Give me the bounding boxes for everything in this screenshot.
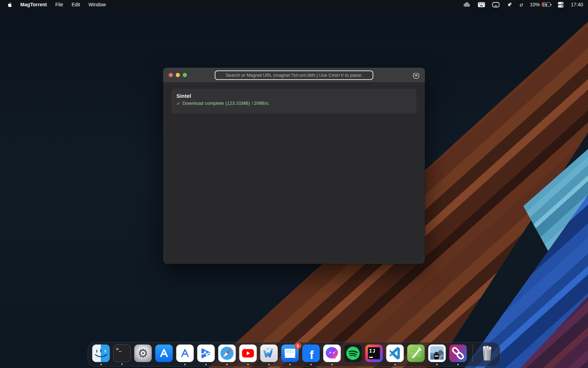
rocket-icon[interactable]: [506, 2, 512, 8]
running-indicator: [226, 364, 228, 365]
dock-trash-icon[interactable]: [478, 345, 496, 362]
running-indicator: [121, 363, 123, 365]
download-button[interactable]: [412, 71, 421, 80]
active-app-name[interactable]: MagTorrent: [16, 2, 51, 7]
menu-bar-left: MagTorrent File Edit Window: [0, 2, 110, 8]
menu-bar-status-area: e 10% 17:40: [463, 1, 588, 8]
running-indicator: [247, 364, 249, 365]
running-indicator: [289, 364, 291, 365]
dock-spotify-icon[interactable]: [344, 345, 362, 362]
dock-ink-photo-app-icon[interactable]: [428, 345, 446, 362]
e-script-icon[interactable]: e: [519, 1, 523, 8]
developer-a: [176, 345, 194, 362]
running-indicator: [268, 364, 270, 365]
menu-file[interactable]: File: [51, 2, 68, 7]
torrent-title: Sintel: [176, 93, 416, 99]
running-indicator: [457, 364, 459, 365]
magtorrent-window: Sintel ✓ Download complete (123.31MB) ↑2…: [163, 68, 425, 264]
gear-icon: ⚙: [138, 347, 148, 359]
dock-safari-icon[interactable]: [218, 345, 236, 362]
dock-play-pulse-app-icon[interactable]: [197, 345, 215, 362]
dock-separator: [472, 345, 473, 363]
intellij-bar: [369, 357, 373, 358]
dock: >_ ⚙: [88, 342, 500, 367]
minimize-button[interactable]: [176, 73, 180, 77]
running-indicator: [331, 364, 333, 365]
dock-mail-icon[interactable]: 5: [281, 345, 299, 362]
cloud-icon[interactable]: [463, 2, 471, 7]
compass-icon: [218, 345, 236, 362]
w-splash-glyph: [260, 345, 278, 362]
chain-link-icon: [449, 345, 467, 362]
intellij-ij-box: IJ: [368, 347, 380, 359]
dock-youtube-icon[interactable]: [239, 345, 257, 362]
dock-messenger-icon[interactable]: [323, 345, 341, 362]
window-title-bar[interactable]: [163, 68, 425, 83]
play-pulse-glyph: [197, 345, 215, 362]
search-field-wrap: [215, 70, 373, 80]
trash-full-glyph: [478, 345, 496, 362]
zoom-button[interactable]: [183, 73, 187, 77]
dock-apple-developer-icon[interactable]: [176, 345, 194, 362]
dock-app-store-icon[interactable]: [155, 345, 173, 362]
dock-terminal-icon[interactable]: >_: [113, 345, 131, 362]
running-indicator: [310, 364, 312, 365]
dock-intellij-icon[interactable]: IJ: [365, 345, 383, 362]
running-indicator: [205, 364, 207, 365]
spotify-icon: [344, 345, 362, 362]
finder-face: [92, 345, 110, 362]
intellij-ij-text: IJ: [369, 348, 376, 354]
desktop: MagTorrent File Edit Window: [0, 0, 588, 368]
messenger-bubble-icon: [323, 345, 341, 362]
battery-indicator[interactable]: 10%: [530, 2, 551, 7]
menu-bar-clock[interactable]: 17:40: [571, 2, 583, 7]
prompt-glyph: >_: [116, 346, 122, 352]
download-circle-icon: [412, 71, 420, 79]
vscode-mark: [386, 345, 404, 362]
dock-vscode-icon[interactable]: [386, 345, 404, 362]
youtube-play-icon: [239, 345, 257, 362]
running-indicator: [436, 364, 438, 365]
menu-bar: MagTorrent File Edit Window: [0, 0, 588, 9]
dock-system-settings-icon[interactable]: ⚙: [134, 345, 152, 362]
dock-facebook-icon[interactable]: f: [302, 345, 320, 362]
running-indicator: [184, 364, 186, 365]
torrent-status: ✓ Download complete (123.31MB) ↑209B/s.: [176, 101, 416, 106]
apple-icon: [7, 2, 13, 8]
dock-w-splash-app-icon[interactable]: [260, 345, 278, 362]
check-icon: ✓: [176, 101, 180, 106]
close-button[interactable]: [169, 73, 173, 77]
dock-finder-icon[interactable]: [92, 345, 110, 362]
facebook-f-glyph: f: [310, 348, 314, 362]
battery-icon: [542, 2, 551, 7]
battery-percent: 10%: [530, 2, 540, 7]
dock-magtorrent-icon[interactable]: [449, 345, 467, 362]
menu-window[interactable]: Window: [84, 2, 110, 7]
mail-badge: 5: [295, 342, 301, 349]
seascape-inkwell: [428, 345, 446, 362]
keyboard-icon[interactable]: [478, 2, 485, 7]
torrent-list-item[interactable]: Sintel ✓ Download complete (123.31MB) ↑2…: [171, 89, 416, 114]
menu-edit[interactable]: Edit: [68, 2, 84, 7]
dock-green-editor-icon[interactable]: [407, 345, 425, 362]
pen-glyph: [407, 345, 425, 362]
app-store-a: [155, 345, 173, 362]
stacked-pills-icon[interactable]: [558, 2, 564, 8]
running-indicator: [100, 364, 102, 365]
display-icon[interactable]: [492, 2, 499, 7]
search-magnet-input[interactable]: [215, 70, 373, 80]
running-indicator: [394, 364, 396, 365]
apple-menu[interactable]: [4, 2, 16, 8]
torrent-status-text: Download complete (123.31MB) ↑209B/s.: [182, 101, 270, 106]
traffic-lights: [169, 73, 187, 77]
